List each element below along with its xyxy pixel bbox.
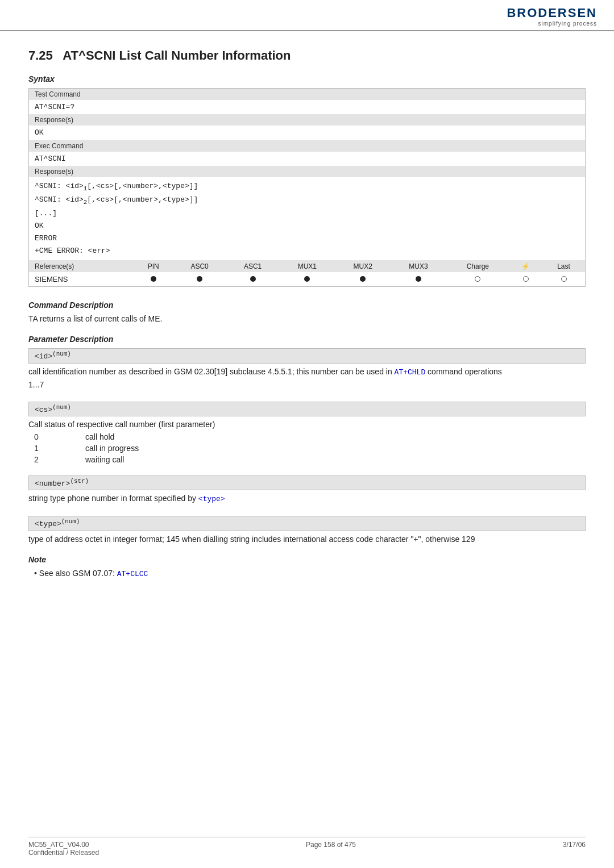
param-id-range: 1...7 (28, 380, 586, 389)
dot-filled-asc1 (250, 276, 256, 282)
test-command-val: AT^SCNI=? (29, 100, 586, 114)
param-cs-header: <cs>(num) (29, 402, 586, 416)
logo-area: BRODERSEN simplifying process (507, 6, 597, 27)
dot-filled-asc0 (197, 276, 202, 282)
ref-col-asc1: ASC1 (226, 261, 280, 272)
dot-filled-mux1 (304, 276, 310, 282)
param-type-box: <type>(num) (28, 516, 586, 531)
note-section: Note See also GSM 07.07: AT+CLCC (28, 555, 586, 578)
link-type: <type> (198, 495, 225, 503)
ref-dot-last (542, 272, 585, 286)
note-label: Note (28, 555, 586, 564)
param-type-header: <type>(num) (29, 516, 586, 531)
exec-command-label-row: Exec Command (29, 140, 586, 152)
ref-header: Reference(s) PIN ASC0 ASC1 MUX1 MUX2 MUX… (29, 261, 585, 272)
test-response-val: OK (29, 126, 586, 140)
param-id-desc: call identification number as described … (28, 367, 586, 377)
exec-line3: [...] (35, 209, 57, 218)
param-cs-val-2: 2 waiting call (28, 455, 586, 464)
main-content: 7.25 AT^SCNI List Call Number Informatio… (0, 31, 614, 598)
reference-data-row: SIEMENS (29, 272, 585, 286)
ref-dot-spark (509, 272, 542, 286)
cmd-desc-label: Command Description (28, 301, 586, 310)
footer-left: MC55_ATC_V04.00 Confidential / Released (28, 841, 99, 857)
ref-dot-mux1 (279, 272, 335, 286)
test-command-val-row: AT^SCNI=? (29, 100, 586, 114)
footer-status: Confidential / Released (28, 849, 99, 857)
ref-col-last: Last (542, 261, 585, 272)
dot-empty-spark (523, 276, 529, 282)
param-number-desc: string type phone number in format speci… (28, 494, 586, 503)
cmd-desc-text: TA returns a list of current calls of ME… (28, 314, 586, 323)
exec-response-label: Response(s) (29, 166, 586, 177)
ref-col-pin: PIN (134, 261, 173, 272)
ref-col-spark: ⚡ (509, 261, 542, 272)
reference-table: Reference(s) PIN ASC0 ASC1 MUX1 MUX2 MUX… (29, 261, 585, 286)
exec-command-label: Exec Command (29, 140, 586, 152)
dot-filled-mux3 (416, 276, 421, 282)
dot-empty-charge (475, 276, 480, 282)
param-id-box: <id>(num) (28, 348, 586, 363)
test-response-val-row: OK (29, 126, 586, 140)
ref-col-charge: Charge (446, 261, 509, 272)
logo-sub: simplifying process (538, 20, 597, 27)
ref-dot-asc0 (173, 272, 226, 286)
param-cs-values: 0 call hold 1 call in progress 2 waiting… (28, 432, 586, 464)
test-command-label: Test Command (29, 89, 586, 101)
note-text-0: See also GSM 07.07: (39, 569, 117, 578)
param-type-desc: type of address octet in integer format;… (28, 535, 586, 544)
test-response-label-row: Response(s) (29, 114, 586, 126)
exec-command-val-row: AT^SCNI (29, 152, 586, 166)
test-response-label: Response(s) (29, 114, 586, 126)
reference-name: SIEMENS (29, 272, 134, 286)
syntax-label: Syntax (28, 74, 586, 84)
footer-date: 3/17/06 (563, 841, 586, 857)
ref-col-label: Reference(s) (29, 261, 134, 272)
syntax-table: Test Command AT^SCNI=? Response(s) OK Ex… (28, 88, 586, 287)
section-title: 7.25 AT^SCNI List Call Number Informatio… (28, 48, 586, 63)
param-cs-val-1: 1 call in progress (28, 444, 586, 453)
note-item-0: See also GSM 07.07: AT+CLCC (34, 569, 586, 578)
ref-dot-mux3 (391, 272, 446, 286)
param-id-header: <id>(num) (29, 349, 586, 363)
param-number-box: <number>(str) (28, 475, 586, 490)
param-number-header: <number>(str) (29, 476, 586, 490)
page-header: BRODERSEN simplifying process (0, 0, 614, 31)
exec-response-lines: ^SCNI: <id>1[,<cs>[,<number>,<type>]] ^S… (29, 177, 586, 260)
exec-response-row: ^SCNI: <id>1[,<cs>[,<number>,<type>]] ^S… (29, 177, 586, 260)
param-desc-label: Parameter Description (28, 335, 586, 344)
ref-col-asc0: ASC0 (173, 261, 226, 272)
param-cs-box: <cs>(num) (28, 402, 586, 416)
link-at-chld[interactable]: AT+CHLD (395, 368, 426, 377)
ref-dot-asc1 (226, 272, 280, 286)
exec-command-val: AT^SCNI (29, 152, 586, 166)
ref-col-mux3: MUX3 (391, 261, 446, 272)
parameter-description-section: Parameter Description <id>(num) call ide… (28, 335, 586, 543)
exec-line5: ERROR (35, 234, 57, 243)
command-description-section: Command Description TA returns a list of… (28, 301, 586, 323)
footer-doc-id: MC55_ATC_V04.00 (28, 841, 99, 849)
page-footer: MC55_ATC_V04.00 Confidential / Released … (28, 837, 586, 857)
reference-header-row: Reference(s) PIN ASC0 ASC1 MUX1 MUX2 MUX… (29, 261, 586, 287)
dot-empty-last (561, 276, 567, 282)
logo-text: BRODERSEN (507, 6, 597, 20)
syntax-section: Syntax Test Command AT^SCNI=? Response(s… (28, 74, 586, 287)
test-command-row: Test Command (29, 89, 586, 101)
ref-col-mux2: MUX2 (335, 261, 391, 272)
link-at-clcc[interactable]: AT+CLCC (117, 570, 148, 578)
exec-line4: OK (35, 222, 44, 230)
exec-line6: +CME ERROR: <err> (35, 247, 110, 255)
param-cs-val-0: 0 call hold (28, 432, 586, 441)
dot-filled-pin (151, 276, 156, 282)
footer-center: Page 158 of 475 (306, 841, 356, 857)
note-list: See also GSM 07.07: AT+CLCC (28, 569, 586, 578)
ref-dot-charge (446, 272, 509, 286)
ref-col-mux1: MUX1 (279, 261, 335, 272)
ref-dot-pin (134, 272, 173, 286)
dot-filled-mux2 (360, 276, 366, 282)
exec-response-label-row: Response(s) (29, 166, 586, 177)
param-cs-desc: Call status of respective call number (f… (28, 420, 586, 429)
ref-dot-mux2 (335, 272, 391, 286)
